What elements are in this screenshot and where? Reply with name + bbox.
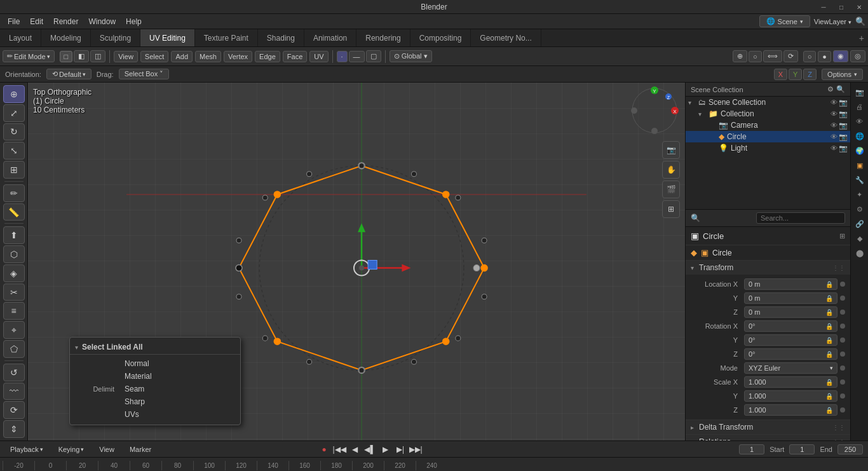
prop-particles-button[interactable]: ✦ <box>853 188 867 201</box>
mesh-menu[interactable]: Mesh <box>195 51 221 62</box>
playback-menu[interactable]: Playback ▾ <box>5 444 48 454</box>
properties-search-input[interactable] <box>756 212 845 224</box>
next-frame-button[interactable]: ▶| <box>393 443 407 456</box>
move-tool[interactable]: ⤢ <box>3 104 25 122</box>
wireframe-mode[interactable]: ◎ <box>850 50 865 62</box>
measure-tool[interactable]: 📏 <box>3 203 25 221</box>
add-menu[interactable]: Add <box>171 51 193 62</box>
scale-x-value[interactable]: 1.000 🔒 <box>744 376 837 388</box>
tab-compositing[interactable]: Compositing <box>410 29 471 46</box>
shrink-tool[interactable]: ⟳ <box>3 401 25 419</box>
material-preview[interactable]: ● <box>818 51 831 62</box>
outliner-item-camera[interactable]: 📷 Camera 👁 📷 <box>686 119 850 131</box>
outliner-search-icon[interactable]: 🔍 <box>836 85 845 93</box>
mirror-toggle[interactable]: ⟺ <box>763 50 782 62</box>
relations-section-header[interactable]: ▸ Relations ⋮⋮ <box>686 435 850 440</box>
poly-build-tool[interactable]: ⬠ <box>3 340 25 358</box>
menu-file[interactable]: File <box>3 16 25 27</box>
select-vertex-mode[interactable]: · <box>337 51 348 62</box>
rotation-y-value[interactable]: 0° 🔒 <box>744 334 837 346</box>
options-button[interactable]: Options ▾ <box>822 69 863 80</box>
jump-end-button[interactable]: ▶▶| <box>409 443 423 456</box>
render-icon[interactable]: 📷 <box>839 133 848 141</box>
animate-dot[interactable] <box>840 310 845 315</box>
visibility-icon[interactable]: 👁 <box>831 121 837 130</box>
pivot-toggle[interactable]: ⟳ <box>783 50 798 62</box>
animate-dot[interactable] <box>840 338 845 343</box>
minimize-button[interactable]: ─ <box>815 0 832 14</box>
tab-modeling[interactable]: Modeling <box>41 29 91 46</box>
render-icon[interactable]: 📷 <box>839 144 848 153</box>
z-axis-toggle[interactable]: Z <box>803 69 817 80</box>
orientation-selector[interactable]: ⟲ Default ▾ <box>46 69 92 79</box>
xray-toggle[interactable]: ◫ <box>90 50 105 62</box>
drag-selector[interactable]: Select Box ˅ <box>119 69 170 79</box>
proportional-edit[interactable]: ⊙ Global ▾ <box>390 50 432 62</box>
offset-tool[interactable]: ≡ <box>3 302 25 320</box>
animate-dot[interactable] <box>840 324 845 329</box>
select-menu[interactable]: Select <box>140 51 169 62</box>
prop-physics-button[interactable]: ⚙ <box>853 202 867 216</box>
loop-cut-tool[interactable]: ✂ <box>3 283 25 301</box>
end-frame-field[interactable]: 250 <box>837 444 863 454</box>
search-icon[interactable]: 🔍 <box>855 17 865 26</box>
render-preview[interactable]: ○ <box>803 51 817 62</box>
current-frame-field[interactable]: 1 <box>739 444 764 454</box>
location-y-value[interactable]: 0 m 🔒 <box>744 292 837 304</box>
select-edge-mode[interactable]: — <box>349 51 365 62</box>
maximize-button[interactable]: □ <box>832 0 850 14</box>
annotate-tool[interactable]: ✏ <box>3 184 25 202</box>
prop-constraints-button[interactable]: 🔗 <box>853 217 867 231</box>
visibility-icon[interactable]: 👁 <box>831 99 837 107</box>
scale-tool[interactable]: ⤡ <box>3 142 25 160</box>
layer-selector[interactable]: ViewLayer ▾ <box>814 18 851 25</box>
tab-rendering[interactable]: Rendering <box>356 29 410 46</box>
face-menu[interactable]: Face <box>283 51 307 62</box>
extrude-tool[interactable]: ⬆ <box>3 226 25 244</box>
animate-dot[interactable] <box>840 393 845 399</box>
tab-geometry-nodes[interactable]: Geometry No... <box>471 29 541 46</box>
animate-dot[interactable] <box>840 352 845 357</box>
tab-shading[interactable]: Shading <box>258 29 304 46</box>
push-pull-tool[interactable]: ⇕ <box>3 420 25 438</box>
animate-dot[interactable] <box>840 407 845 413</box>
animate-dot[interactable] <box>840 365 845 371</box>
cursor-tool[interactable]: ⊕ <box>3 85 25 103</box>
keying-menu[interactable]: Keying ▾ <box>53 444 90 454</box>
jump-start-button[interactable]: |◀◀ <box>332 443 346 456</box>
properties-search-icon[interactable]: 🔍 <box>691 214 700 222</box>
outliner-item-scene-collection[interactable]: ▾ 🗂 Scene Collection 👁 📷 <box>686 97 850 108</box>
edge-menu[interactable]: Edge <box>255 51 280 62</box>
y-axis-toggle[interactable]: Y <box>789 69 802 80</box>
grab-button[interactable]: ✋ <box>662 161 680 179</box>
solid-mode[interactable]: ◉ <box>833 50 848 62</box>
render-icon[interactable]: 📷 <box>839 110 848 118</box>
tab-animation[interactable]: Animation <box>304 29 356 46</box>
marker-menu[interactable]: Marker <box>125 444 156 454</box>
prop-scene-button[interactable]: 🌐 <box>853 129 867 143</box>
rotate-tool[interactable]: ↻ <box>3 123 25 141</box>
bevel-tool[interactable]: ◈ <box>3 264 25 282</box>
tab-sculpting[interactable]: Sculpting <box>91 29 140 46</box>
smooth-tool[interactable]: 〰 <box>3 383 25 400</box>
prop-world-button[interactable]: 🌍 <box>853 144 867 158</box>
grid-button[interactable]: ⊞ <box>662 200 680 218</box>
snap-toggle[interactable]: ⊕ <box>733 50 747 62</box>
overlay-toggle[interactable]: ◧ <box>74 50 89 62</box>
record-button[interactable]: ● <box>317 443 331 456</box>
prop-modifier-button[interactable]: 🔧 <box>853 173 867 187</box>
zoom-button[interactable]: 🎬 <box>662 181 680 198</box>
outliner-item-circle[interactable]: ◆ Circle 👁 📷 <box>686 131 850 142</box>
popup-option-material[interactable]: Material <box>119 370 235 383</box>
spin-tool[interactable]: ↺ <box>3 364 25 381</box>
mode-selector[interactable]: ✏ Edit Mode ▾ <box>3 50 55 62</box>
animate-dot[interactable] <box>840 296 845 301</box>
prop-render-button[interactable]: 📷 <box>853 85 867 99</box>
menu-edit[interactable]: Edit <box>25 16 48 27</box>
prop-output-button[interactable]: 🖨 <box>853 100 867 114</box>
play-button[interactable]: ▶ <box>378 443 392 456</box>
mode-selector[interactable]: XYZ Euler ▾ <box>744 362 837 374</box>
scale-y-value[interactable]: 1.000 🔒 <box>744 390 837 402</box>
location-z-value[interactable]: 0 m 🔒 <box>744 306 837 318</box>
outliner-item-light[interactable]: 💡 Light 👁 📷 <box>686 142 850 154</box>
